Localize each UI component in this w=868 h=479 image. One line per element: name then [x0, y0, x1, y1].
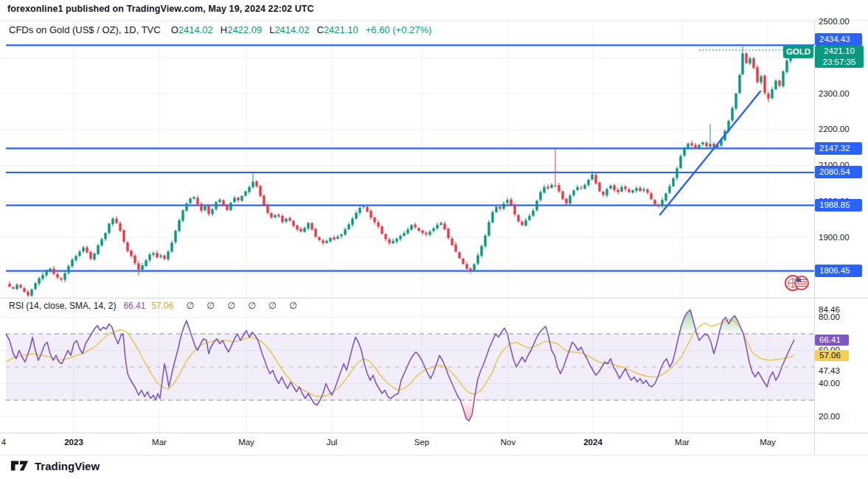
- price-axis-tick: 1900.00: [819, 233, 850, 242]
- rsi-axis-tick: 47.43: [819, 366, 840, 375]
- rsi-legend: RSI (14, close, SMA, 14, 2)66.4157.06∅∅∅…: [9, 300, 297, 311]
- rsi-sma-value: 57.06: [151, 301, 173, 311]
- time-axis-label: 2023: [64, 438, 83, 447]
- rsi-axis-tick: 40.00: [819, 379, 840, 388]
- time-axis-label: 2024: [583, 438, 603, 447]
- symbol-title[interactable]: CFDs on Gold (US$ / OZ), 1D, TVC: [9, 24, 161, 35]
- exchange-logo-icon: [785, 276, 808, 290]
- rsi-title[interactable]: RSI (14, close, SMA, 14, 2): [9, 301, 116, 311]
- price-axis-tick: 2300.00: [819, 89, 850, 98]
- rsi-empty-slot: ∅: [227, 301, 235, 311]
- rsi-axis-tick: 80.00: [819, 312, 840, 321]
- rsi-empty-slot: ∅: [289, 301, 297, 311]
- symbol-price-flag: GOLD: [783, 45, 813, 58]
- tradingview-logo-icon: [10, 458, 29, 473]
- time-axis-label: May: [238, 438, 254, 447]
- ohlc-item: O2414.02: [171, 24, 213, 35]
- trendline: [660, 91, 760, 214]
- bar-countdown: 23:57:35: [815, 57, 864, 68]
- current-price: 2421.10: [815, 46, 864, 57]
- price-line-label: 2434.43: [815, 33, 862, 46]
- price-axis-tick: 2200.00: [819, 125, 850, 133]
- ohlc-values: O2414.02H2422.09L2414.02C2421.10: [171, 24, 366, 35]
- ohlc-item: H2422.09: [221, 24, 262, 35]
- time-axis-label: Jul: [327, 438, 338, 447]
- footer-brand[interactable]: TradingView: [10, 458, 100, 473]
- time-axis-label: Nov: [501, 438, 515, 447]
- rsi-empty-slot: ∅: [268, 301, 277, 311]
- rsi-axis-tick: 20.00: [819, 412, 840, 421]
- current-price-label: 2421.10 23:57:35: [815, 46, 864, 68]
- time-axis-label: Sep: [414, 438, 429, 447]
- price-line-label: 1988.85: [815, 199, 862, 211]
- rsi-empty-slot: ∅: [248, 301, 256, 311]
- rsi-value: 66.41: [123, 301, 145, 311]
- change-value: +6.60 (+0.27%): [366, 24, 432, 35]
- rsi-empty-slot: ∅: [206, 301, 215, 311]
- ohlc-item: L2414.02: [269, 24, 309, 35]
- price-line-label: 2147.32: [815, 142, 862, 155]
- rsi-sma-value-label: 57.06: [815, 350, 849, 361]
- time-axis-label: May: [760, 438, 776, 447]
- price-line-label: 2080.54: [815, 166, 862, 178]
- chart-legend: CFDs on Gold (US$ / OZ), 1D, TVCO2414.02…: [9, 24, 431, 35]
- rsi-value-label: 66.41: [815, 335, 849, 346]
- chart-canvas[interactable]: [0, 0, 868, 479]
- footer-brand-text: TradingView: [35, 460, 100, 472]
- ohlc-item: C2421.10: [316, 24, 358, 35]
- price-line-label: 1806.45: [815, 265, 862, 277]
- time-axis-label: 4: [1, 438, 6, 447]
- time-axis-label: Mar: [675, 438, 690, 447]
- rsi-empty-plots: ∅∅∅∅∅∅: [173, 301, 296, 311]
- price-axis-tick: 2500.00: [819, 17, 850, 26]
- time-axis-label: Mar: [152, 438, 167, 447]
- tradingview-published-chart: forexonline1 published on TradingView.co…: [0, 0, 868, 479]
- published-bar: forexonline1 published on TradingView.co…: [7, 4, 314, 14]
- rsi-empty-slot: ∅: [186, 301, 194, 311]
